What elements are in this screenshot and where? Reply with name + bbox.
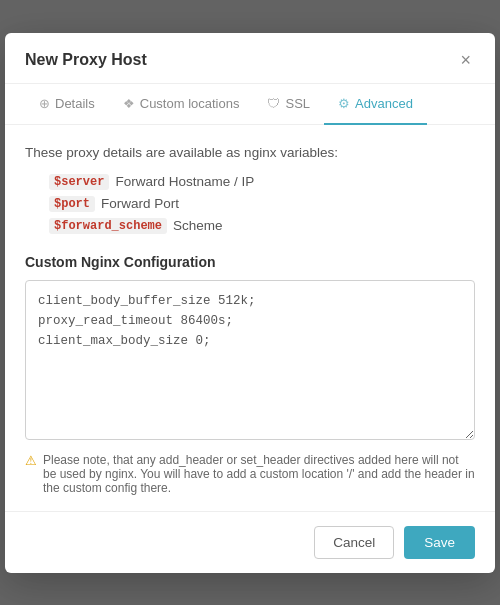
var-desc-server: Forward Hostname / IP — [115, 174, 254, 189]
config-textarea[interactable] — [25, 280, 475, 440]
advanced-icon: ⚙ — [338, 96, 350, 111]
modal-body: These proxy details are available as ngi… — [5, 125, 495, 511]
tab-advanced-label: Advanced — [355, 96, 413, 111]
variables-list: $server Forward Hostname / IP $port Forw… — [25, 174, 475, 234]
tab-details-label: Details — [55, 96, 95, 111]
save-button[interactable]: Save — [404, 526, 475, 559]
warning-container: ⚠ Please note, that any add_header or se… — [25, 453, 475, 495]
tab-bar: ⊕ Details ❖ Custom locations 🛡 SSL ⚙ Adv… — [5, 84, 495, 125]
cancel-button[interactable]: Cancel — [314, 526, 394, 559]
custom-locations-icon: ❖ — [123, 96, 135, 111]
modal-header: New Proxy Host × — [5, 33, 495, 84]
section-title: Custom Nginx Configuration — [25, 254, 475, 270]
variable-port: $port Forward Port — [49, 196, 475, 212]
variable-forward-scheme: $forward_scheme Scheme — [49, 218, 475, 234]
ssl-icon: 🛡 — [267, 96, 280, 111]
tab-custom-locations[interactable]: ❖ Custom locations — [109, 84, 254, 125]
modal-dialog: New Proxy Host × ⊕ Details ❖ Custom loca… — [5, 33, 495, 573]
var-desc-port: Forward Port — [101, 196, 179, 211]
modal-overlay: New Proxy Host × ⊕ Details ❖ Custom loca… — [0, 0, 500, 605]
var-code-forward-scheme: $forward_scheme — [49, 218, 167, 234]
tab-details[interactable]: ⊕ Details — [25, 84, 109, 125]
var-code-server: $server — [49, 174, 109, 190]
tab-advanced[interactable]: ⚙ Advanced — [324, 84, 427, 125]
close-button[interactable]: × — [456, 49, 475, 71]
variable-server: $server Forward Hostname / IP — [49, 174, 475, 190]
tab-ssl-label: SSL — [285, 96, 310, 111]
tab-custom-locations-label: Custom locations — [140, 96, 240, 111]
var-desc-forward-scheme: Scheme — [173, 218, 223, 233]
info-text: These proxy details are available as ngi… — [25, 145, 475, 160]
warning-icon: ⚠ — [25, 453, 37, 468]
var-code-port: $port — [49, 196, 95, 212]
modal-footer: Cancel Save — [5, 511, 495, 573]
details-icon: ⊕ — [39, 96, 50, 111]
modal-title: New Proxy Host — [25, 51, 147, 69]
warning-text: Please note, that any add_header or set_… — [43, 453, 475, 495]
tab-ssl[interactable]: 🛡 SSL — [253, 84, 324, 125]
